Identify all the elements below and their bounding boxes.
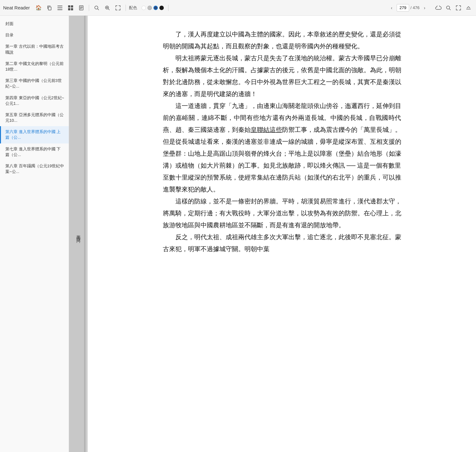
zoom-search-icon[interactable]: [92, 3, 101, 12]
reading-area[interactable]: 了，漢人再度建立以中國為主體的國家。因此，本章敘述的歷史變化，還是必須從明朝的開…: [88, 16, 476, 452]
paragraph-4: 這樣的防線，並不是一條密封的界牆。平時，胡漢貿易照常進行，漢代邊郡太守，將萬騎，…: [163, 195, 401, 231]
separator-3: [168, 5, 168, 11]
dot-white[interactable]: [142, 6, 146, 10]
svg-rect-7: [71, 8, 73, 10]
page-icon[interactable]: [77, 3, 86, 12]
grid-icon[interactable]: [66, 3, 75, 12]
svg-point-18: [447, 6, 450, 9]
sidebar: 封面 目录 第一章 古代以前：中國地區考古職說 第二章 中國文化的黎明（公元前1…: [0, 16, 69, 452]
paragraph-2: 明太祖將蒙元逐出長城，蒙古只是失去了在漢地的統治權。蒙古大帝國早已分崩離析，裂解…: [163, 52, 401, 100]
copy-icon[interactable]: [45, 3, 54, 12]
chapter-content: 了，漢人再度建立以中國為主體的國家。因此，本章敘述的歷史變化，還是必須從明朝的開…: [163, 28, 401, 255]
main-content: 封面 目录 第一章 古代以前：中國地區考古職說 第二章 中國文化的黎明（公元前1…: [0, 16, 476, 452]
dot-black[interactable]: [159, 6, 164, 10]
svg-line-15: [108, 9, 110, 10]
svg-rect-5: [71, 5, 73, 8]
app-title: Neat Reader: [3, 5, 30, 10]
sidebar-item-ch2[interactable]: 第二章 中國文化的黎明（公元前18世...: [0, 58, 69, 75]
svg-line-19: [449, 9, 451, 10]
svg-rect-1: [57, 6, 62, 6]
right-toolbar-icons: [434, 3, 473, 12]
toolbar: Neat Reader 🏠: [0, 0, 476, 16]
paragraph-1: 了，漢人再度建立以中國為主體的國家。因此，本章敘述的歷史變化，還是必須從明朝的開…: [163, 28, 401, 52]
collapse-icon[interactable]: [464, 3, 473, 12]
next-page-button[interactable]: ›: [421, 4, 428, 12]
color-dots: [142, 6, 164, 10]
fit-icon[interactable]: [114, 3, 122, 12]
separator-1: [89, 5, 89, 11]
dot-gray[interactable]: [147, 6, 152, 10]
sidebar-item-ch8[interactable]: 第八章 百年躡躅（公元19世紀中葉~公...: [0, 160, 69, 177]
svg-rect-4: [68, 5, 70, 8]
sidebar-item-ch3[interactable]: 第三章 中國的中國（公元前3世紀~公...: [0, 75, 69, 92]
svg-rect-2: [57, 8, 62, 8]
color-label: 配色: [129, 5, 137, 11]
sidebar-item-ch6[interactable]: 第六章 進入世界體系的中國 上篇（公...: [0, 126, 69, 143]
page-input[interactable]: [397, 4, 409, 12]
prev-page-button[interactable]: ‹: [388, 4, 395, 12]
zoom-plus-icon[interactable]: [103, 3, 112, 12]
spine-title: 萬古江河: [76, 231, 81, 236]
menu-icon[interactable]: [56, 3, 64, 12]
search-icon[interactable]: [444, 3, 453, 12]
sidebar-item-ch7[interactable]: 第七章 進入世界體系的中國 下篇（公...: [0, 143, 69, 160]
sidebar-item-toc[interactable]: 目录: [0, 30, 69, 41]
separator-2: [126, 5, 126, 11]
svg-line-13: [98, 9, 99, 10]
fullscreen-icon[interactable]: [454, 3, 463, 12]
highlighted-text: 皇聯結這些: [251, 126, 282, 133]
paragraph-5: 反之，明代太祖、成祖兩代雄主多次大軍出擊，追亡逐北，此後即不見塞北征。蒙古來犯，…: [163, 231, 401, 255]
sidebar-item-ch1[interactable]: 第一章 古代以前：中國地區考古職說: [0, 41, 69, 58]
sidebar-item-ch4[interactable]: 第四章 東亞的中國（公元2世紀~公元1...: [0, 92, 69, 109]
home-icon[interactable]: 🏠: [34, 3, 43, 12]
page-navigation: ‹ / 476 ›: [388, 4, 428, 12]
dot-dark-blue[interactable]: [153, 6, 158, 10]
cloud-icon[interactable]: [434, 3, 443, 12]
sidebar-item-cover[interactable]: 封面: [0, 18, 69, 30]
svg-rect-3: [57, 9, 62, 10]
svg-rect-0: [48, 7, 51, 10]
book-spine: 萬古江河: [69, 16, 88, 452]
svg-rect-6: [68, 8, 70, 10]
page-total: / 476: [410, 5, 420, 10]
svg-point-12: [95, 6, 98, 9]
paragraph-3: 這一道邊牆，貫穿「九邊」，由邊東山海關老龍頭依山傍谷，迤邐西行，延伸到目前的嘉峪…: [163, 100, 401, 195]
sidebar-item-ch5[interactable]: 第五章 亞洲多元體系的中國（公元10...: [0, 109, 69, 126]
